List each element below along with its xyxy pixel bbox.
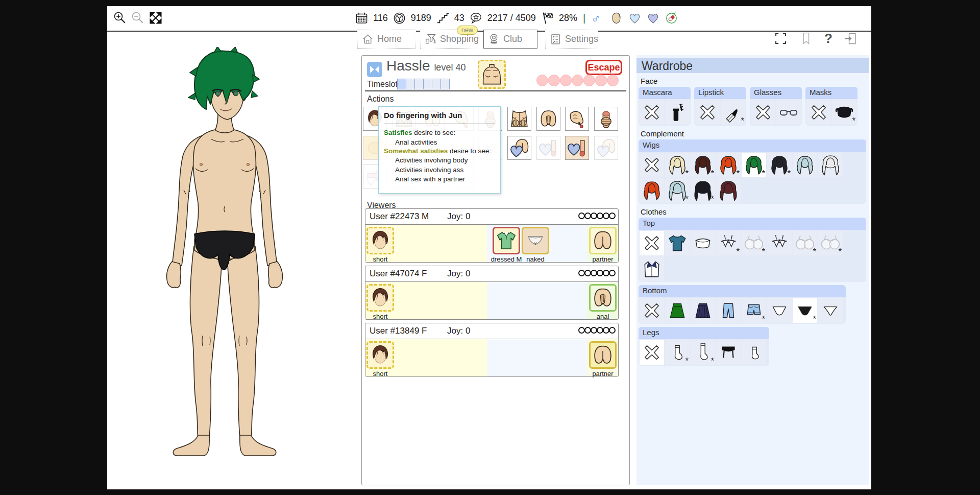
wardrobe-item-bra[interactable]: * xyxy=(742,231,766,255)
viewer-icon-partner[interactable] xyxy=(589,227,617,254)
calendar-icon xyxy=(355,11,369,25)
viewer-zone-blue xyxy=(487,282,587,319)
wardrobe-item-lipstick[interactable]: * xyxy=(721,100,745,125)
wardrobe-panel-bottom: Bottom** xyxy=(639,285,846,324)
owned-star: * xyxy=(685,169,689,179)
timeslot-segment xyxy=(432,79,441,89)
action-butt-heart[interactable] xyxy=(594,136,618,160)
nav-home[interactable]: Home xyxy=(357,30,416,49)
viewer-icon-naked[interactable] xyxy=(522,227,549,254)
wardrobe-item-wig[interactable]: * xyxy=(691,153,715,177)
wardrobe-item-wig[interactable]: * xyxy=(767,153,792,177)
viewer-icon-partner[interactable] xyxy=(589,341,617,369)
action-grip[interactable] xyxy=(594,107,618,131)
viewer-avatar[interactable] xyxy=(366,341,394,369)
owned-star: * xyxy=(736,169,740,179)
action-butt-hand[interactable] xyxy=(536,107,560,131)
wardrobe-panel: Wardrobe FaceMascaraLipstick*GlassesMask… xyxy=(636,55,869,485)
wardrobe-item-panties[interactable]: * xyxy=(793,298,817,323)
viewer-icon-dressed-m[interactable] xyxy=(493,227,520,254)
wardrobe-item-mascara-none[interactable] xyxy=(640,100,664,125)
wardrobe-title: Wardrobe xyxy=(636,58,869,73)
owned-star: * xyxy=(813,314,816,324)
heart-slot[interactable] xyxy=(536,75,548,86)
exit-icon[interactable] xyxy=(843,31,858,46)
heart-slot[interactable] xyxy=(595,75,607,86)
action-butt-heart[interactable] xyxy=(507,136,531,160)
desire-pip xyxy=(609,327,616,334)
wardrobe-item-garter[interactable] xyxy=(716,340,741,365)
wardrobe-item-pants[interactable] xyxy=(716,298,741,323)
heart-slot[interactable] xyxy=(560,75,572,86)
wardrobe-item-bra[interactable]: * xyxy=(793,231,817,255)
nav-club[interactable]: Club xyxy=(483,30,537,49)
wardrobe-item-kneesock[interactable]: * xyxy=(691,340,715,365)
action-heart-penis[interactable] xyxy=(565,136,589,160)
wardrobe-item-wig2[interactable] xyxy=(716,178,741,203)
character-figure xyxy=(153,47,296,468)
help-icon[interactable]: ? xyxy=(824,31,832,46)
wardrobe-item-skirt[interactable] xyxy=(665,298,690,323)
wardrobe-item-pleated[interactable] xyxy=(691,298,715,323)
wardrobe-item-jacket[interactable] xyxy=(640,256,664,281)
wardrobe-item-legs-none[interactable] xyxy=(640,340,664,365)
figure-left-hand xyxy=(167,262,181,288)
wardrobe-item-masks-none[interactable] xyxy=(806,100,831,125)
wardrobe-item-wig2[interactable]: * xyxy=(691,178,715,203)
wardrobe-item-wig[interactable] xyxy=(793,153,817,177)
nav-settings[interactable]: Settings xyxy=(545,30,598,49)
wardrobe-item-bikini[interactable]: * xyxy=(716,231,741,255)
window-controls: ? xyxy=(773,31,858,46)
wardrobe-item-wigs-none[interactable] xyxy=(640,153,664,177)
viewer-pips xyxy=(579,270,616,276)
wardrobe-item-lipstick-none[interactable] xyxy=(695,100,720,125)
wardrobe-item-panties[interactable] xyxy=(767,298,792,323)
wardrobe-item-bottom-none[interactable] xyxy=(640,298,664,323)
message-icon[interactable] xyxy=(367,62,382,77)
wardrobe-item-wig2[interactable]: * xyxy=(665,178,690,203)
heart-slot[interactable] xyxy=(548,75,560,86)
escape-button[interactable]: Escape xyxy=(585,60,622,75)
wardrobe-panel-masks: Masks* xyxy=(805,87,857,126)
wardrobe-item-ankleboot[interactable] xyxy=(742,340,766,365)
wardrobe-item-bra[interactable]: * xyxy=(818,231,843,255)
bookmark-icon[interactable] xyxy=(799,31,814,46)
zoom-out-icon[interactable] xyxy=(130,10,145,26)
heart-slot[interactable] xyxy=(572,75,583,86)
heart-slot[interactable] xyxy=(607,75,619,86)
wardrobe-item-wig[interactable]: * xyxy=(665,153,690,177)
viewer-joy: Joy: 0 xyxy=(447,211,470,222)
fullscreen-icon[interactable] xyxy=(773,31,788,46)
viewer-name: User #13849 F xyxy=(370,326,427,336)
wardrobe-item-wig[interactable]: * xyxy=(742,153,766,177)
wardrobe-item-sock[interactable]: * xyxy=(665,340,690,365)
wardrobe-item-wig[interactable] xyxy=(640,178,664,203)
wardrobe-item-wig2[interactable] xyxy=(818,153,843,177)
wardrobe-item-shorts[interactable]: * xyxy=(742,298,766,323)
action-chest-hands[interactable] xyxy=(507,107,531,131)
wardrobe-item-glasses-none[interactable] xyxy=(751,100,775,125)
character-thumb[interactable] xyxy=(478,60,506,89)
expand-icon[interactable] xyxy=(148,10,163,26)
fame-icon xyxy=(469,11,483,25)
action-finger[interactable] xyxy=(565,107,589,131)
wardrobe-item-offshoulder[interactable] xyxy=(691,231,715,255)
viewer-icon-anal[interactable] xyxy=(589,284,617,312)
tooltip-item: Activities involving ass xyxy=(384,166,495,174)
stat-days: 116 xyxy=(373,13,388,23)
wardrobe-panel-title: Lipstick xyxy=(694,87,746,99)
zoom-in-icon[interactable] xyxy=(112,10,128,26)
viewer-avatar[interactable] xyxy=(366,284,394,312)
wardrobe-item-top-none[interactable] xyxy=(640,231,664,255)
wardrobe-item-bikini2[interactable] xyxy=(767,231,792,255)
wardrobe-item-mascara[interactable] xyxy=(665,100,690,125)
wardrobe-item-mask[interactable]: * xyxy=(832,100,856,125)
action-heart-penis[interactable] xyxy=(536,136,560,160)
wardrobe-item-glasses[interactable] xyxy=(776,100,801,125)
viewer-avatar[interactable] xyxy=(366,227,394,254)
wardrobe-item-wig[interactable]: * xyxy=(716,153,741,177)
wardrobe-item-tshirt[interactable] xyxy=(665,231,690,255)
heart-slot[interactable] xyxy=(583,75,595,86)
figure-left-foot xyxy=(173,435,209,456)
wardrobe-item-thong[interactable] xyxy=(818,298,843,323)
